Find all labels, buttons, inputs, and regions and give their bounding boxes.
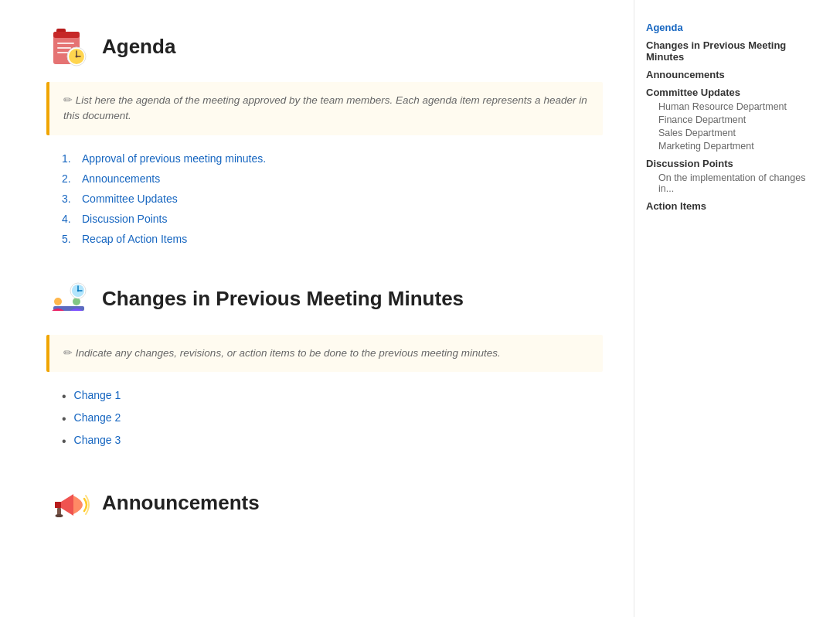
changes-header: Changes in Previous Meeting Minutes (46, 276, 603, 322)
sidebar: Agenda Changes in Previous Meeting Minut… (634, 0, 835, 617)
list-item[interactable]: Discussion Points (62, 213, 603, 225)
svg-point-13 (73, 298, 80, 305)
sidebar-item-finance-dept[interactable]: Finance Department (646, 114, 823, 125)
sidebar-item-committee-updates[interactable]: Committee Updates (646, 87, 823, 98)
sidebar-item-announcements[interactable]: Announcements (646, 69, 823, 80)
main-content: Agenda List here the agenda of the meeti… (0, 0, 634, 617)
svg-rect-4 (57, 47, 71, 49)
sidebar-item-sales-dept[interactable]: Sales Department (646, 128, 823, 138)
agenda-header: Agenda (46, 23, 603, 70)
sidebar-item-agenda[interactable]: Agenda (646, 22, 823, 33)
agenda-section: Agenda List here the agenda of the meeti… (46, 23, 603, 245)
changes-icon (46, 276, 93, 322)
svg-point-21 (56, 514, 63, 517)
svg-rect-19 (55, 502, 61, 508)
list-item[interactable]: Approval of previous meeting minutes. (62, 152, 603, 165)
changes-info-box: Indicate any changes, revisions, or acti… (46, 335, 603, 372)
changes-title: Changes in Previous Meeting Minutes (102, 287, 464, 311)
announcements-header: Announcements (46, 479, 603, 526)
list-item[interactable]: Announcements (62, 172, 603, 185)
announcements-section: Announcements (46, 479, 603, 526)
announcements-icon (46, 479, 93, 526)
agenda-icon (46, 23, 93, 70)
list-item[interactable]: Change 3 (62, 434, 603, 448)
agenda-title: Agenda (102, 35, 175, 59)
sidebar-item-changes[interactable]: Changes in Previous Meeting Minutes (646, 39, 823, 63)
svg-point-12 (54, 298, 62, 305)
agenda-list: Approval of previous meeting minutes. An… (46, 152, 603, 245)
changes-list: Change 1 Change 2 Change 3 (46, 389, 603, 449)
changes-info-text: Indicate any changes, revisions, or acti… (63, 346, 589, 361)
changes-section: Changes in Previous Meeting Minutes Indi… (46, 276, 603, 449)
agenda-info-box: List here the agenda of the meeting appr… (46, 82, 603, 135)
svg-rect-3 (57, 43, 74, 44)
list-item[interactable]: Change 2 (62, 411, 603, 426)
svg-point-10 (76, 56, 78, 58)
agenda-info-text: List here the agenda of the meeting appr… (63, 93, 589, 124)
svg-point-18 (77, 289, 79, 291)
sidebar-item-action-items[interactable]: Action Items (646, 200, 823, 212)
list-item[interactable]: Recap of Action Items (62, 233, 603, 245)
svg-rect-2 (53, 32, 80, 38)
list-item[interactable]: Change 1 (62, 389, 603, 404)
announcements-title: Announcements (102, 491, 260, 515)
list-item[interactable]: Committee Updates (62, 193, 603, 205)
sidebar-item-discussion-points[interactable]: Discussion Points (646, 158, 823, 169)
sidebar-item-on-implementation[interactable]: On the implementation of changes in... (646, 172, 823, 194)
sidebar-item-marketing-dept[interactable]: Marketing Department (646, 141, 823, 152)
sidebar-item-hr-dept[interactable]: Human Resource Department (646, 101, 823, 112)
